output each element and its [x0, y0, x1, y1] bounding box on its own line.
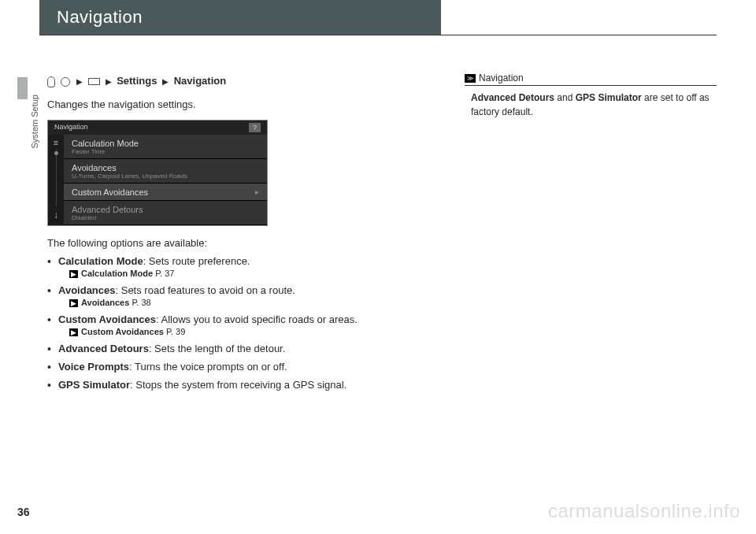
list-item: Custom Avoidances: Allows you to avoid s…: [47, 313, 457, 336]
screenshot-row-selected: Custom Avoidances ▸: [64, 184, 267, 201]
section-tab-label: System Setup: [30, 95, 39, 148]
ui-screenshot: Navigation ? ≡ ↓ Calculation Mode Faster…: [47, 120, 268, 226]
intro-text: Changes the navigation settings.: [47, 98, 457, 110]
page-title-bar: Navigation: [39, 0, 441, 35]
side-heading: ≫Navigation: [465, 72, 717, 86]
side-column: ≫Navigation Advanced Detours and GPS Sim…: [465, 72, 717, 119]
screenshot-header: Navigation ?: [48, 121, 267, 135]
chevron-right-icon: ▶: [76, 77, 83, 86]
home-icon: [61, 77, 70, 87]
chevron-right-icon: ▸: [255, 187, 259, 196]
cross-reference: ▶Custom Avoidances P. 39: [69, 327, 457, 336]
reference-icon: ▶: [69, 270, 78, 278]
main-content: ▶ ▶ Settings ▶ Navigation Changes the na…: [47, 75, 457, 391]
side-note: Advanced Detours and GPS Simulator are s…: [465, 91, 717, 119]
reference-icon: ▶: [69, 299, 78, 307]
list-item: Calculation Mode: Sets route preference.…: [47, 255, 457, 278]
select-icon: [47, 76, 55, 87]
header-rule: [39, 35, 717, 35]
cross-reference: ▶Avoidances P. 38: [69, 298, 457, 307]
following-text: The following options are available:: [47, 237, 457, 249]
screenshot-left-bar: ≡ ↓: [48, 135, 64, 225]
reference-icon: ▶: [69, 328, 78, 336]
page-title: Navigation: [57, 7, 143, 27]
list-item: Advanced Detours: Sets the length of the…: [47, 343, 457, 354]
menu-icon: ≡: [54, 139, 58, 146]
note-flag-icon: ≫: [465, 74, 476, 83]
breadcrumb-settings: Settings: [117, 75, 157, 87]
list-item: Voice Prompts: Turns the voice prompts o…: [47, 361, 457, 373]
breadcrumb-navigation: Navigation: [174, 75, 226, 87]
options-list: Calculation Mode: Sets route preference.…: [47, 255, 457, 391]
list-item: GPS Simulator: Stops the system from rec…: [47, 379, 457, 391]
screenshot-row: Calculation Mode Faster Time: [64, 135, 267, 159]
chevron-right-icon: ▶: [106, 77, 112, 86]
back-icon: [88, 78, 100, 85]
breadcrumb: ▶ ▶ Settings ▶ Navigation: [47, 75, 457, 87]
arrow-down-icon: ↓: [54, 210, 58, 221]
section-indicator-block: [17, 77, 28, 99]
screenshot-row: Avoidances U-Turns, Carpool Lanes, Unpav…: [64, 159, 267, 184]
screenshot-title: Navigation: [54, 123, 88, 132]
chevron-right-icon: ▶: [162, 77, 169, 86]
screenshot-row: Advanced Detours Disabled: [64, 201, 267, 225]
cross-reference: ▶Calculation Mode P. 37: [69, 269, 457, 278]
list-item: Avoidances: Sets road features to avoid …: [47, 284, 457, 307]
help-icon: ?: [249, 123, 261, 132]
page-number: 36: [17, 506, 30, 518]
watermark: carmanualsonline.info: [548, 500, 740, 522]
